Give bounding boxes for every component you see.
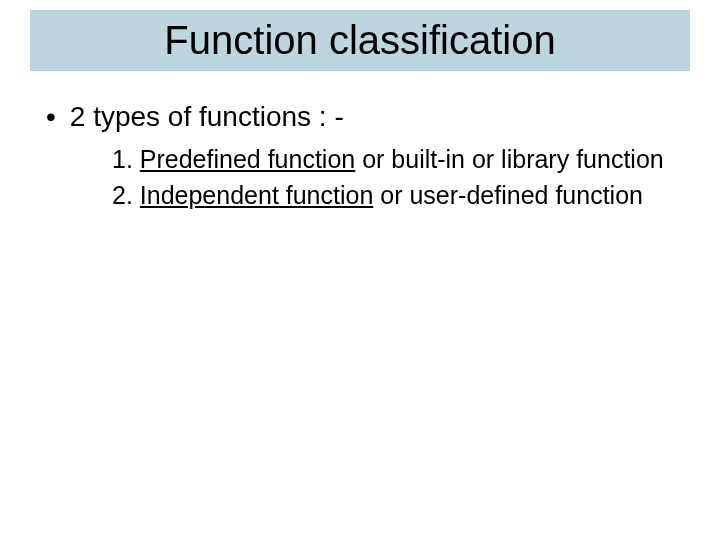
bullet-item: • 2 types of functions : - (40, 99, 680, 135)
content-area: • 2 types of functions : - 1. Predefined… (0, 71, 720, 213)
sub-number: 1. (112, 145, 140, 173)
bullet-marker: • (46, 99, 56, 134)
bullet-text: 2 types of functions : - (70, 99, 344, 135)
sub-list: 1. Predefined function or built-in or li… (112, 143, 680, 213)
sub-item: 2. Independent function or user-defined … (112, 179, 680, 213)
slide-title: Function classification (30, 18, 690, 63)
sub-underline: Independent function (140, 181, 374, 209)
sub-item: 1. Predefined function or built-in or li… (112, 143, 680, 177)
sub-rest: or built-in or library function (355, 145, 663, 173)
sub-rest: or user-defined function (373, 181, 643, 209)
title-bar: Function classification (30, 10, 690, 71)
sub-number: 2. (112, 181, 140, 209)
sub-underline: Predefined function (140, 145, 355, 173)
